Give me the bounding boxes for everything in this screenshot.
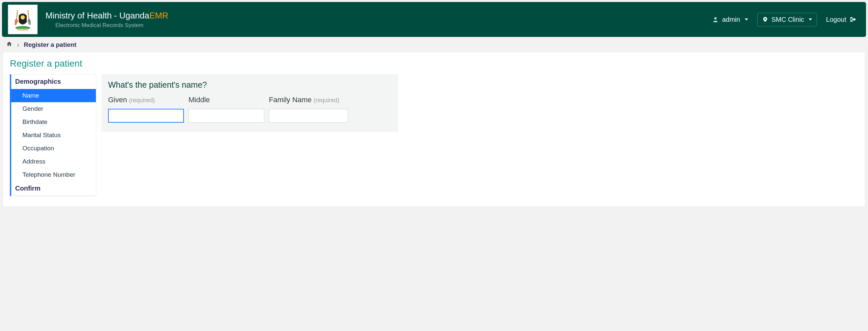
page-title: Register a patient [10,58,858,69]
form-panel: What's the patient's name? Given (requir… [101,74,398,132]
user-icon [712,16,719,23]
field-middle: Middle [188,96,264,123]
svg-rect-3 [18,29,28,31]
app-title: Ministry of Health - UgandaEMR [45,10,709,21]
svg-point-5 [765,18,766,20]
app-subtitle: Electronic Medical Records System [55,22,709,29]
user-menu[interactable]: admin [709,14,751,25]
location-menu[interactable]: SMC Clinic [757,13,817,26]
breadcrumb: › Register a patient [0,39,868,53]
sidebar-item-occupation[interactable]: Occupation [11,142,96,155]
sidebar-item-marital-status[interactable]: Marital Status [11,128,96,142]
svg-point-4 [714,17,717,20]
app-logo [8,5,37,34]
field-given: Given (required) [108,96,184,123]
family-name-input[interactable] [269,109,348,123]
logout-button[interactable]: Logout [823,14,860,25]
field-family-label: Family Name (required) [269,96,348,104]
location-pin-icon [762,16,768,23]
fields-row: Given (required) Middle Family Name (req… [108,96,392,123]
breadcrumb-current: Register a patient [24,41,76,49]
field-given-required: (required) [129,97,155,103]
field-family: Family Name (required) [269,96,348,123]
chevron-down-icon [745,19,748,21]
sidebar-item-birthdate[interactable]: Birthdate [11,115,96,128]
field-family-required: (required) [314,97,339,103]
breadcrumb-separator: › [17,41,19,49]
header-title-block: Ministry of Health - UgandaEMR Electroni… [45,10,709,29]
sidebar-item-name[interactable]: Name [11,89,96,102]
app-header: Ministry of Health - UgandaEMR Electroni… [2,2,866,37]
form-question: What's the patient's name? [108,80,392,90]
sidebar-section-demographics[interactable]: Demographics [11,74,96,89]
coat-of-arms-icon [9,6,36,33]
logout-icon [849,16,857,23]
user-name: admin [722,16,740,23]
breadcrumb-home[interactable] [6,41,12,49]
svg-point-1 [21,15,25,20]
app-title-prefix: Ministry of Health - Uganda [45,10,149,21]
logout-label: Logout [826,16,846,23]
main-card: Register a patient Demographics Name Gen… [3,53,865,206]
header-right: admin SMC Clinic Logout [709,13,860,26]
sidebar-item-gender[interactable]: Gender [11,102,96,115]
home-icon [6,41,12,47]
field-given-label: Given (required) [108,96,184,104]
location-name: SMC Clinic [771,16,804,23]
sidebar-item-telephone[interactable]: Telephone Number [11,168,96,181]
app-title-suffix: EMR [149,10,168,21]
field-middle-label: Middle [188,96,264,104]
field-given-label-text: Given [108,96,127,104]
content-row: Demographics Name Gender Birthdate Marit… [10,74,858,196]
form-sidebar: Demographics Name Gender Birthdate Marit… [10,74,96,196]
sidebar-item-address[interactable]: Address [11,155,96,168]
given-name-input[interactable] [108,109,184,123]
middle-name-input[interactable] [188,109,264,123]
field-family-label-text: Family Name [269,96,312,104]
sidebar-section-confirm[interactable]: Confirm [11,181,96,196]
chevron-down-icon [809,19,812,21]
field-middle-label-text: Middle [188,96,210,104]
